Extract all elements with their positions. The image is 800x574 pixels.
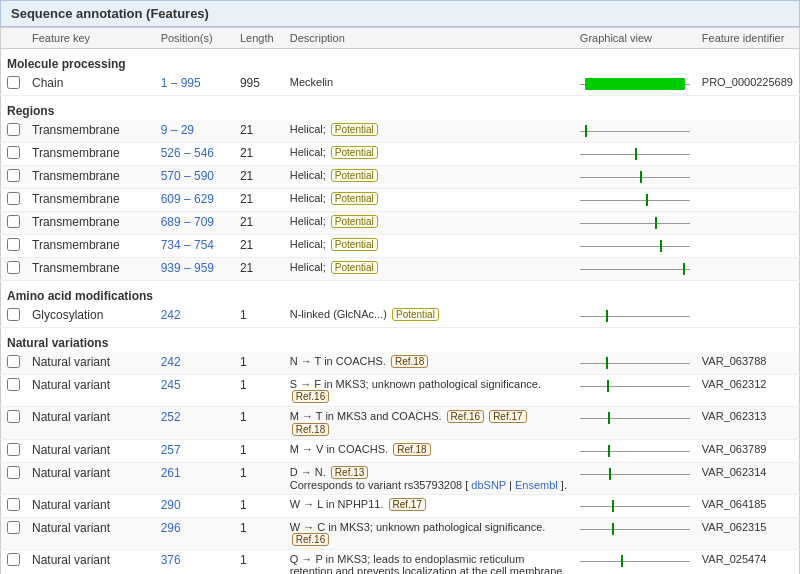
position-link[interactable]: 252: [161, 410, 181, 424]
position-link[interactable]: 1 – 995: [161, 76, 201, 90]
row-checkbox[interactable]: [7, 410, 20, 423]
position-link[interactable]: 734 – 754: [161, 238, 214, 252]
potential-badge: Potential: [331, 169, 378, 182]
row-checkbox[interactable]: [7, 521, 20, 534]
position-link[interactable]: 261: [161, 466, 181, 480]
row-checkbox[interactable]: [7, 238, 20, 251]
row-checkbox[interactable]: [7, 355, 20, 368]
graph-line: [580, 386, 690, 387]
position-link[interactable]: 570 – 590: [161, 169, 214, 183]
row-checkbox[interactable]: [7, 466, 20, 479]
table-row: Transmembrane689 – 70921Helical; Potenti…: [1, 212, 800, 235]
ref-badge[interactable]: Ref.16: [292, 533, 329, 546]
identifier-cell: VAR_062315: [696, 518, 800, 550]
length-cell: 21: [234, 166, 284, 189]
position-link[interactable]: 689 – 709: [161, 215, 214, 229]
position-link[interactable]: 526 – 546: [161, 146, 214, 160]
dbsnp-link[interactable]: dbSNP: [471, 479, 506, 491]
description-cell: W → L in NPHP11. Ref.17: [284, 495, 574, 518]
length-cell: 1: [234, 305, 284, 328]
ref-badge[interactable]: Ref.18: [391, 355, 428, 368]
graphical-view: [580, 355, 690, 371]
graphical-view: [580, 215, 690, 231]
row-checkbox-cell: [1, 352, 27, 375]
position-link[interactable]: 245: [161, 378, 181, 392]
position-cell: 609 – 629: [155, 189, 234, 212]
feature-key-cell: Natural variant: [26, 550, 155, 575]
ref-badge[interactable]: Ref.13: [331, 466, 368, 479]
row-checkbox-cell: [1, 73, 27, 96]
ref-badge[interactable]: Ref.18: [292, 423, 329, 436]
positions-header: Position(s): [155, 28, 234, 49]
section-name: Amino acid modifications: [1, 281, 800, 306]
length-cell: 995: [234, 73, 284, 96]
row-checkbox[interactable]: [7, 308, 20, 321]
ref-badge[interactable]: Ref.17: [489, 410, 526, 423]
position-link[interactable]: 242: [161, 355, 181, 369]
position-link[interactable]: 9 – 29: [161, 123, 194, 137]
length-cell: 21: [234, 143, 284, 166]
graphical-cell: [574, 305, 696, 328]
checkbox-header: [1, 28, 27, 49]
position-link[interactable]: 290: [161, 498, 181, 512]
description-cell: Helical; Potential: [284, 189, 574, 212]
feature-key-cell: Natural variant: [26, 352, 155, 375]
ref-badge[interactable]: Ref.18: [393, 443, 430, 456]
position-cell: 242: [155, 305, 234, 328]
description-cell: N-linked (GlcNAc...) Potential: [284, 305, 574, 328]
feature-key-cell: Transmembrane: [26, 258, 155, 281]
position-cell: 252: [155, 407, 234, 440]
graph-tick: [612, 523, 614, 535]
ref-badge[interactable]: Ref.16: [447, 410, 484, 423]
features-table: Feature key Position(s) Length Descripti…: [0, 27, 800, 574]
row-checkbox[interactable]: [7, 146, 20, 159]
graphical-view: [580, 466, 690, 482]
graphical-cell: [574, 407, 696, 440]
graph-tick: [585, 125, 587, 137]
identifier-cell: VAR_025474: [696, 550, 800, 575]
graphical-cell: [574, 352, 696, 375]
position-cell: 939 – 959: [155, 258, 234, 281]
description-cell: Helical; Potential: [284, 258, 574, 281]
graphical-cell: [574, 120, 696, 143]
graphical-view: [580, 238, 690, 254]
row-checkbox[interactable]: [7, 76, 20, 89]
graph-line: [580, 316, 690, 317]
section-name: Regions: [1, 96, 800, 121]
position-link[interactable]: 242: [161, 308, 181, 322]
graph-line: [580, 418, 690, 419]
graphical-view: [580, 443, 690, 459]
position-link[interactable]: 257: [161, 443, 181, 457]
row-checkbox[interactable]: [7, 123, 20, 136]
identifier-cell: VAR_062312: [696, 375, 800, 407]
graph-tick: [609, 468, 611, 480]
graphical-view: [580, 378, 690, 394]
row-checkbox[interactable]: [7, 261, 20, 274]
graph-tick: [612, 500, 614, 512]
graphical-view: [580, 261, 690, 277]
row-checkbox[interactable]: [7, 215, 20, 228]
graphical-cell: [574, 73, 696, 96]
graph-tick: [646, 194, 648, 206]
row-checkbox[interactable]: [7, 443, 20, 456]
row-checkbox[interactable]: [7, 378, 20, 391]
ref-badge[interactable]: Ref.17: [389, 498, 426, 511]
position-link[interactable]: 296: [161, 521, 181, 535]
position-cell: 296: [155, 518, 234, 550]
position-link[interactable]: 376: [161, 553, 181, 567]
feature-key-cell: Transmembrane: [26, 189, 155, 212]
table-row: Natural variant2451S → F in MKS3; unknow…: [1, 375, 800, 407]
graph-tick: [655, 217, 657, 229]
row-checkbox[interactable]: [7, 192, 20, 205]
ref-badge[interactable]: Ref.16: [292, 390, 329, 403]
position-link[interactable]: 939 – 959: [161, 261, 214, 275]
position-link[interactable]: 609 – 629: [161, 192, 214, 206]
identifier-cell: [696, 305, 800, 328]
row-checkbox[interactable]: [7, 498, 20, 511]
graphical-view: [580, 498, 690, 514]
row-checkbox[interactable]: [7, 169, 20, 182]
identifier-cell: VAR_062314: [696, 463, 800, 495]
feature-key-cell: Glycosylation: [26, 305, 155, 328]
row-checkbox[interactable]: [7, 553, 20, 566]
ensembl-link[interactable]: Ensembl: [515, 479, 558, 491]
